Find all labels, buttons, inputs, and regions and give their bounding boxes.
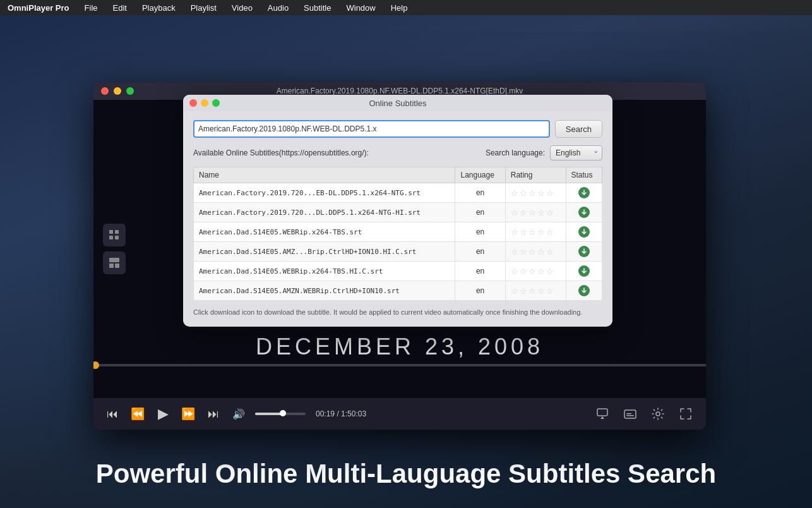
- player-window-title: American.Factory.2019.1080p.NF.WEB-DL.DD…: [277, 87, 523, 95]
- star[interactable]: ☆: [520, 208, 527, 217]
- star[interactable]: ☆: [537, 286, 545, 296]
- table-row: American.Factory.2019.720...EB-DL.DDP5.1…: [194, 183, 602, 203]
- dialog-titlebar: Online Subtitles: [183, 95, 612, 111]
- subtitle-language-cell: en: [455, 262, 505, 281]
- star[interactable]: ☆: [528, 227, 536, 237]
- settings-btn[interactable]: [648, 404, 668, 424]
- grid-view-btn[interactable]: [103, 224, 126, 246]
- star[interactable]: ☆: [546, 247, 554, 257]
- subtitles-btn[interactable]: [620, 404, 640, 424]
- subtitle-language-cell: en: [455, 203, 505, 222]
- star-rating: ☆☆☆☆☆: [511, 227, 561, 237]
- star[interactable]: ☆: [537, 227, 545, 237]
- menubar-app-name[interactable]: OmniPlayer Pro: [5, 3, 72, 13]
- star[interactable]: ☆: [511, 208, 518, 217]
- layout-icon: [109, 257, 120, 269]
- download-btn[interactable]: [571, 265, 597, 277]
- subtitle-rating-cell: ☆☆☆☆☆: [505, 242, 566, 262]
- star[interactable]: ☆: [537, 208, 545, 217]
- star[interactable]: ☆: [511, 188, 518, 198]
- volume-btn[interactable]: 🔊: [230, 405, 248, 423]
- dialog-maximize-btn[interactable]: [212, 99, 220, 107]
- star[interactable]: ☆: [528, 188, 536, 198]
- menubar-help[interactable]: Help: [388, 3, 410, 13]
- star[interactable]: ☆: [528, 247, 536, 257]
- time-current: 00:19: [316, 409, 335, 418]
- skip-to-start-btn[interactable]: ⏮: [104, 405, 121, 423]
- window-maximize-btn[interactable]: [126, 87, 134, 95]
- window-minimize-btn[interactable]: [114, 87, 121, 95]
- language-select[interactable]: English French Spanish German Chinese Ja…: [550, 145, 602, 160]
- menubar-file[interactable]: File: [82, 3, 100, 13]
- progress-bar-container[interactable]: [93, 364, 706, 366]
- subtitle-rating-cell: ☆☆☆☆☆: [505, 203, 566, 222]
- progress-knob[interactable]: [93, 361, 99, 369]
- star[interactable]: ☆: [528, 286, 536, 296]
- volume-slider[interactable]: [255, 413, 306, 415]
- dialog-minimize-btn[interactable]: [201, 99, 208, 107]
- menubar-subtitle[interactable]: Subtitle: [301, 3, 333, 13]
- star[interactable]: ☆: [546, 188, 554, 198]
- subtitle-rating-cell: ☆☆☆☆☆: [505, 222, 566, 242]
- search-button[interactable]: Search: [555, 120, 602, 138]
- svg-rect-6: [115, 263, 119, 268]
- col-rating: Rating: [505, 167, 566, 183]
- menubar-window[interactable]: Window: [343, 3, 378, 13]
- side-controls-left: [103, 224, 126, 274]
- table-row: American.Factory.2019.720...DL.DDP5.1.x2…: [194, 203, 602, 222]
- star[interactable]: ☆: [520, 247, 527, 257]
- fast-forward-btn[interactable]: ⏩: [179, 405, 197, 423]
- rewind-btn[interactable]: ⏪: [129, 405, 146, 423]
- star-rating: ☆☆☆☆☆: [511, 286, 561, 296]
- subtitle-rating-cell: ☆☆☆☆☆: [505, 281, 566, 301]
- star[interactable]: ☆: [511, 247, 518, 257]
- star[interactable]: ☆: [546, 267, 554, 276]
- subtitle-language-cell: en: [455, 281, 505, 301]
- progress-bar-fill: [93, 364, 95, 366]
- menubar-edit[interactable]: Edit: [110, 3, 129, 13]
- search-input[interactable]: [193, 120, 550, 138]
- star[interactable]: ☆: [528, 208, 536, 217]
- star[interactable]: ☆: [520, 267, 527, 276]
- svg-rect-15: [597, 409, 607, 416]
- star[interactable]: ☆: [511, 227, 518, 237]
- star[interactable]: ☆: [528, 267, 536, 276]
- menubar-playback[interactable]: Playback: [140, 3, 178, 13]
- star[interactable]: ☆: [520, 286, 527, 296]
- star[interactable]: ☆: [537, 247, 545, 257]
- layout-btn[interactable]: [103, 251, 126, 274]
- svg-rect-3: [115, 236, 119, 239]
- star[interactable]: ☆: [546, 227, 554, 237]
- download-btn[interactable]: [571, 284, 597, 297]
- download-btn[interactable]: [571, 206, 597, 219]
- language-select-wrapper: English French Spanish German Chinese Ja…: [550, 145, 602, 160]
- svg-rect-0: [109, 230, 113, 234]
- download-btn[interactable]: [571, 245, 597, 258]
- star[interactable]: ☆: [537, 188, 545, 198]
- menubar-video[interactable]: Video: [229, 3, 255, 13]
- star[interactable]: ☆: [511, 267, 518, 276]
- star[interactable]: ☆: [546, 208, 554, 217]
- col-status: Status: [566, 167, 602, 183]
- star[interactable]: ☆: [511, 286, 518, 296]
- download-btn[interactable]: [571, 186, 597, 199]
- dialog-close-btn[interactable]: [189, 99, 197, 107]
- download-icon: [578, 226, 590, 238]
- star[interactable]: ☆: [520, 188, 527, 198]
- window-close-btn[interactable]: [101, 87, 109, 95]
- subtitle-status-cell: [566, 242, 602, 262]
- skip-to-end-btn[interactable]: ⏭: [205, 405, 222, 423]
- airplay-btn[interactable]: [592, 404, 612, 424]
- menubar-audio[interactable]: Audio: [265, 3, 291, 13]
- subtitle-name-cell: American.Factory.2019.720...DL.DDP5.1.x2…: [194, 203, 455, 222]
- time-display: 00:19 / 1:50:03: [316, 409, 366, 418]
- star[interactable]: ☆: [520, 227, 527, 237]
- subtitle-name-cell: American.Factory.2019.720...EB-DL.DDP5.1…: [194, 183, 455, 203]
- menubar-playlist[interactable]: Playlist: [188, 3, 219, 13]
- play-pause-btn[interactable]: ▶: [154, 405, 172, 423]
- star[interactable]: ☆: [546, 286, 554, 296]
- download-btn[interactable]: [571, 226, 597, 238]
- star[interactable]: ☆: [537, 267, 545, 276]
- fullscreen-btn[interactable]: [676, 404, 696, 424]
- dialog-controls: [189, 99, 220, 107]
